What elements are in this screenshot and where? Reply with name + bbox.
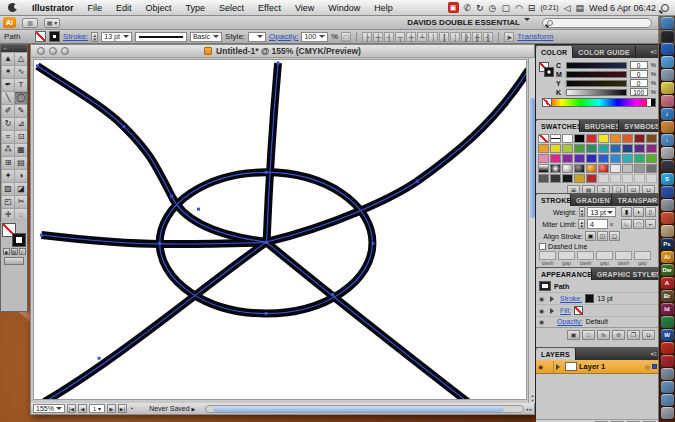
align-button-1[interactable]: ┼ <box>373 32 383 42</box>
join-button-0[interactable]: ∟ <box>621 219 632 229</box>
browser-icon[interactable] <box>661 43 674 55</box>
horizontal-scroll-thumb[interactable] <box>213 406 504 412</box>
display-icon[interactable]: ▢ <box>501 0 510 16</box>
volume-icon[interactable]: ◁ <box>564 0 571 16</box>
layout-button[interactable]: ▦ ▾ <box>44 18 60 28</box>
last-page-button[interactable]: ▶| <box>118 404 127 413</box>
none-button[interactable]: / <box>19 248 26 255</box>
skype-icon[interactable]: S <box>661 173 674 185</box>
swatch-40[interactable] <box>538 174 549 183</box>
illustrator-icon[interactable]: Ai <box>661 251 674 263</box>
tab-layers[interactable]: LAYERS <box>536 348 576 360</box>
menu-object[interactable]: Object <box>139 0 179 16</box>
swatch-42[interactable] <box>562 174 573 183</box>
disk-icon[interactable] <box>661 95 674 107</box>
safari-icon[interactable] <box>661 56 674 68</box>
panel-menu-icon[interactable]: ▾≡ <box>650 196 657 203</box>
swatch-37[interactable] <box>622 164 633 173</box>
swatch-39[interactable] <box>646 164 657 173</box>
menu-view[interactable]: View <box>288 0 321 16</box>
panel-menu-icon[interactable]: ▾≡ <box>650 350 657 357</box>
screen-mode-button[interactable] <box>4 257 24 265</box>
scale-tool[interactable]: ⊿ <box>14 117 27 130</box>
remote-app-icon[interactable]: ▣ <box>448 2 459 13</box>
align-button-8[interactable]: ┊ <box>450 32 460 42</box>
add-new-fill-button[interactable]: □ <box>582 330 595 340</box>
magic-wand-tool[interactable]: ✶ <box>1 65 14 78</box>
menu-select[interactable]: Select <box>212 0 251 16</box>
clear-appearance-button[interactable]: ⊘ <box>612 330 625 340</box>
stickies-icon[interactable] <box>661 82 674 94</box>
slider-value[interactable]: 100 <box>630 88 648 96</box>
swatch-47[interactable] <box>622 174 633 183</box>
tab-appearance[interactable]: APPEARANCE <box>536 268 592 280</box>
direct-selection-tool[interactable]: △ <box>14 52 27 65</box>
tools-panel-header[interactable]: ›› <box>1 45 27 52</box>
swatch-49[interactable] <box>646 174 657 183</box>
appearance-opacity-row[interactable]: ◉ Opacity: Default <box>536 317 659 326</box>
select-similar-icon[interactable]: ⬚ <box>341 32 351 42</box>
menu-illustrator[interactable]: Illustrator <box>25 0 81 16</box>
visibility-eye-icon[interactable]: ◉ <box>539 307 547 314</box>
photoshop-icon[interactable]: Ps <box>661 238 674 250</box>
document-status[interactable]: Never Saved <box>149 405 189 412</box>
tab-color[interactable]: COLOR <box>536 46 573 58</box>
travel-app-icon[interactable] <box>661 355 674 367</box>
swatch-35[interactable] <box>598 164 609 173</box>
appearance-stroke-link[interactable]: Stroke: <box>560 295 582 302</box>
swatch-33[interactable] <box>574 164 585 173</box>
align-button-7[interactable]: ┇ <box>439 32 449 42</box>
duplicate-item-button[interactable]: ❐ <box>627 330 640 340</box>
disclosure-triangle-icon[interactable] <box>550 308 557 314</box>
appearance-fill-chip[interactable] <box>574 306 583 315</box>
swatch-34[interactable] <box>586 164 597 173</box>
join-button-1[interactable]: ◠ <box>633 219 644 229</box>
finder-icon[interactable] <box>661 17 674 29</box>
pencil-tool[interactable]: ✎ <box>14 104 27 117</box>
layer-visibility-eye-icon[interactable]: ◉ <box>538 363 546 370</box>
layer-target-icon[interactable]: ◎ <box>645 363 650 370</box>
opacity-combo[interactable]: 100 <box>301 32 328 42</box>
menubar-clock[interactable]: Wed 6 Apr 06:42 <box>589 3 656 13</box>
swatch-28[interactable] <box>634 154 645 163</box>
dash-field-0[interactable] <box>539 251 556 260</box>
prev-page-button[interactable]: ◀ <box>78 404 87 413</box>
align-button-6[interactable]: ┆ <box>428 32 438 42</box>
swatch-30[interactable] <box>538 164 549 173</box>
swatch-27[interactable] <box>622 154 633 163</box>
swatch-7[interactable] <box>622 134 633 143</box>
tab-graphic-styles[interactable]: GRAPHIC STYLES <box>592 268 659 280</box>
itunes-icon[interactable]: ♪ <box>661 108 674 120</box>
menu-type[interactable]: Type <box>179 0 213 16</box>
swatch-17[interactable] <box>622 144 633 153</box>
lock-cell[interactable] <box>548 361 554 373</box>
appearance-stroke-chip[interactable] <box>585 294 594 303</box>
disclosure-triangle-icon[interactable] <box>550 296 557 302</box>
live-paint-selection-tool[interactable]: ◪ <box>14 182 27 195</box>
appearance-stroke-row[interactable]: ◉ Stroke: 13 pt <box>536 293 659 305</box>
delete-item-button[interactable]: ⊔ <box>642 330 655 340</box>
visibility-eye-icon[interactable]: ◉ <box>539 318 547 325</box>
gradient-tool[interactable]: ▤ <box>14 156 27 169</box>
mesh-tool[interactable]: ⊞ <box>1 156 14 169</box>
weight-stepper[interactable]: ▴▾ <box>579 207 586 217</box>
appearance-fill-link[interactable]: Fill: <box>560 307 571 314</box>
slider-track[interactable] <box>566 89 627 96</box>
swatch-4[interactable] <box>586 134 597 143</box>
swatch-25[interactable] <box>598 154 609 163</box>
menu-edit[interactable]: Edit <box>109 0 139 16</box>
canvas-area[interactable]: ▲▼ <box>30 58 535 403</box>
swatch-6[interactable] <box>610 134 621 143</box>
variable-width-preview[interactable] <box>135 32 187 42</box>
swatch-5[interactable] <box>598 134 609 143</box>
blend-tool[interactable]: ◑ <box>14 169 27 182</box>
swatch-11[interactable] <box>550 144 561 153</box>
menu-file[interactable]: File <box>81 0 110 16</box>
ellipse-tool[interactable]: ◯ <box>14 91 27 104</box>
swatch-29[interactable] <box>646 154 657 163</box>
slider-value[interactable]: 0 <box>630 61 648 69</box>
tab-brushes[interactable]: BRUSHES <box>580 120 620 132</box>
cap-button-2[interactable]: ▯ <box>645 207 656 217</box>
panel-menu-icon[interactable]: ▾≡ <box>650 48 657 55</box>
word-icon[interactable]: W <box>661 329 674 341</box>
